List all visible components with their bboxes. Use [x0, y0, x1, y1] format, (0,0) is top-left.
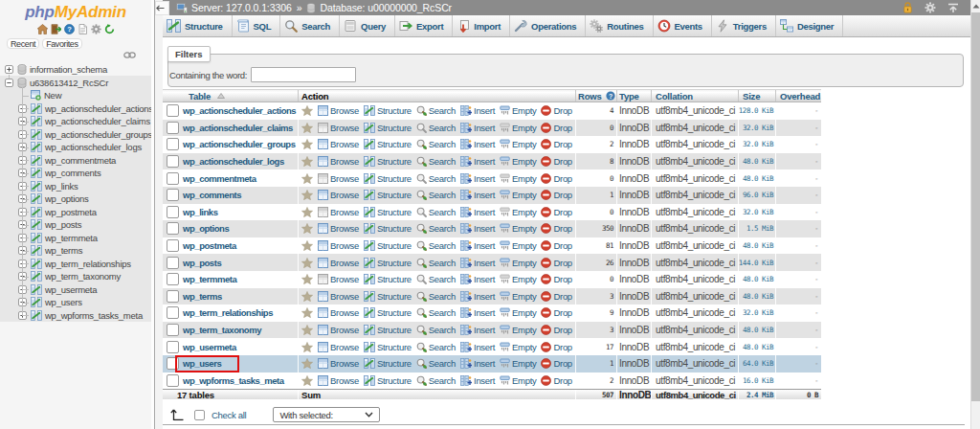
- action-empty-link[interactable]: Empty: [500, 307, 536, 318]
- collapse-navigation-button[interactable]: [155, 1, 169, 15]
- row-checkbox[interactable]: [167, 122, 179, 134]
- table-name-link[interactable]: wp_actionscheduler_actions: [183, 105, 296, 116]
- table-name-link[interactable]: wp_termmeta: [183, 274, 236, 284]
- table-name-link[interactable]: wp_usermeta: [183, 342, 236, 352]
- action-structure-link[interactable]: Structure: [364, 173, 412, 184]
- row-checkbox[interactable]: [167, 206, 179, 218]
- containing-word-input[interactable]: [251, 67, 356, 82]
- action-browse-link[interactable]: Browse: [318, 156, 359, 167]
- docs-icon[interactable]: [78, 24, 88, 34]
- tree-item-information_schema[interactable]: information_schema: [0, 63, 151, 77]
- maximize-icon[interactable]: [947, 3, 959, 13]
- row-checkbox[interactable]: [167, 155, 179, 168]
- favorite-star-icon[interactable]: [301, 358, 313, 369]
- action-empty-link[interactable]: Empty: [500, 291, 536, 302]
- action-empty-link[interactable]: Empty: [500, 240, 536, 251]
- row-checkbox[interactable]: [167, 189, 179, 201]
- tab-import[interactable]: Import: [453, 15, 510, 36]
- table-name-link[interactable]: wp_terms: [183, 291, 222, 302]
- action-drop-link[interactable]: Drop: [541, 223, 571, 234]
- action-structure-link[interactable]: Structure: [364, 342, 412, 352]
- action-browse-link[interactable]: Browse: [318, 105, 359, 116]
- action-search-link[interactable]: Search: [416, 156, 456, 167]
- row-checkbox[interactable]: [167, 172, 179, 185]
- action-empty-link[interactable]: Empty: [500, 123, 536, 133]
- action-insert-link[interactable]: Insert: [460, 358, 495, 369]
- action-browse-link[interactable]: Browse: [318, 223, 359, 234]
- action-insert-link[interactable]: Insert: [460, 274, 495, 284]
- action-search-link[interactable]: Search: [416, 358, 456, 369]
- column-header-rows[interactable]: Rows: [578, 91, 602, 102]
- check-all-label[interactable]: Check all: [212, 410, 246, 420]
- action-search-link[interactable]: Search: [416, 240, 456, 251]
- table-name-link[interactable]: wp_actionscheduler_groups: [183, 139, 296, 149]
- action-empty-link[interactable]: Empty: [500, 105, 536, 116]
- row-checkbox[interactable]: [167, 324, 179, 336]
- action-search-link[interactable]: Search: [416, 274, 456, 284]
- help-icon[interactable]: ?: [64, 24, 75, 34]
- row-checkbox[interactable]: [167, 222, 179, 235]
- action-structure-link[interactable]: Structure: [364, 274, 412, 284]
- table-name-link[interactable]: wp_postmeta: [183, 240, 236, 251]
- action-drop-link[interactable]: Drop: [541, 139, 571, 149]
- tab-designer[interactable]: Designer: [776, 15, 843, 36]
- favorite-star-icon[interactable]: [301, 307, 313, 318]
- action-browse-link[interactable]: Browse: [318, 123, 359, 133]
- favorite-star-icon[interactable]: [301, 240, 313, 251]
- home-icon[interactable]: [37, 24, 48, 34]
- action-structure-link[interactable]: Structure: [364, 156, 412, 167]
- action-drop-link[interactable]: Drop: [541, 325, 571, 335]
- action-browse-link[interactable]: Browse: [318, 342, 359, 352]
- action-search-link[interactable]: Search: [416, 223, 456, 234]
- row-checkbox[interactable]: [167, 290, 179, 303]
- table-name-link[interactable]: wp_links: [183, 207, 218, 217]
- collapse-icon[interactable]: [5, 79, 13, 87]
- rows-help-icon[interactable]: ?: [606, 91, 615, 101]
- action-empty-link[interactable]: Empty: [500, 223, 536, 234]
- row-checkbox[interactable]: [167, 104, 179, 117]
- vertical-scrollbar[interactable]: [970, 0, 980, 429]
- action-drop-link[interactable]: Drop: [541, 342, 571, 352]
- action-empty-link[interactable]: Empty: [500, 173, 536, 184]
- action-search-link[interactable]: Search: [416, 173, 456, 184]
- action-insert-link[interactable]: Insert: [460, 240, 495, 251]
- recent-button[interactable]: Recent: [7, 38, 39, 49]
- favorite-star-icon[interactable]: [301, 156, 313, 167]
- action-empty-link[interactable]: Empty: [500, 342, 536, 352]
- table-name-link[interactable]: wp_wpforms_tasks_meta: [183, 375, 284, 386]
- action-empty-link[interactable]: Empty: [500, 375, 536, 386]
- action-insert-link[interactable]: Insert: [460, 375, 495, 386]
- action-drop-link[interactable]: Drop: [541, 190, 571, 200]
- favorite-star-icon[interactable]: [301, 173, 313, 184]
- action-insert-link[interactable]: Insert: [460, 156, 495, 167]
- favorite-star-icon[interactable]: [301, 291, 313, 302]
- tab-operations[interactable]: Operations: [510, 15, 586, 36]
- table-name-link[interactable]: wp_users: [183, 358, 221, 369]
- action-drop-link[interactable]: Drop: [541, 291, 571, 302]
- favorite-star-icon[interactable]: [301, 207, 313, 217]
- reload-icon[interactable]: [104, 24, 115, 34]
- row-checkbox[interactable]: [167, 306, 179, 319]
- favorite-star-icon[interactable]: [301, 274, 313, 284]
- action-empty-link[interactable]: Empty: [500, 156, 536, 167]
- action-insert-link[interactable]: Insert: [460, 258, 495, 268]
- column-header-collation[interactable]: Collation: [656, 91, 693, 102]
- action-search-link[interactable]: Search: [416, 307, 456, 318]
- action-structure-link[interactable]: Structure: [364, 258, 412, 268]
- padlock-icon[interactable]: [902, 2, 913, 13]
- row-checkbox[interactable]: [167, 257, 179, 269]
- table-name-link[interactable]: wp_options: [183, 223, 229, 234]
- action-search-link[interactable]: Search: [416, 123, 456, 133]
- table-name-link[interactable]: wp_comments: [183, 190, 241, 200]
- action-insert-link[interactable]: Insert: [460, 105, 495, 116]
- column-header-size[interactable]: Size: [743, 91, 760, 102]
- action-browse-link[interactable]: Browse: [318, 375, 359, 386]
- action-browse-link[interactable]: Browse: [318, 325, 359, 335]
- action-drop-link[interactable]: Drop: [541, 240, 571, 251]
- action-insert-link[interactable]: Insert: [460, 207, 495, 217]
- favorites-button[interactable]: Favorites: [42, 38, 81, 49]
- column-header-table[interactable]: Table: [189, 91, 211, 102]
- favorite-star-icon[interactable]: [301, 375, 313, 386]
- tab-routines[interactable]: Routines: [586, 15, 653, 36]
- table-name-link[interactable]: wp_posts: [183, 258, 221, 268]
